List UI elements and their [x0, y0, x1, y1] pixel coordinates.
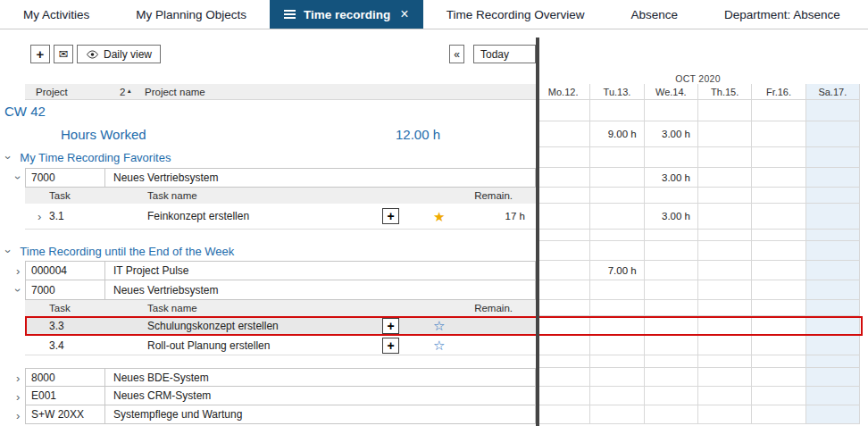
day-cell[interactable] [751, 280, 805, 300]
day-cell[interactable] [589, 188, 643, 204]
day-cell[interactable] [644, 336, 697, 355]
day-cell[interactable] [589, 300, 643, 316]
day-cell[interactable] [536, 168, 589, 188]
day-cell[interactable] [697, 336, 751, 355]
chevron-right-icon[interactable] [16, 265, 20, 277]
day-cell[interactable] [697, 121, 751, 147]
day-cell[interactable] [589, 204, 643, 230]
day-cell[interactable]: 3.00 h [644, 168, 697, 188]
day-cell[interactable] [644, 300, 697, 316]
day-cell[interactable] [589, 168, 643, 188]
day-cell[interactable] [751, 121, 805, 147]
panel-splitter[interactable] [536, 38, 539, 426]
day-cell[interactable] [805, 387, 860, 405]
day-cell[interactable] [644, 316, 697, 336]
day-cell[interactable] [644, 100, 697, 121]
day-cell[interactable] [751, 188, 805, 204]
chevron-down-icon[interactable] [13, 176, 24, 180]
day-cell[interactable] [751, 368, 805, 387]
day-cell[interactable] [589, 147, 643, 168]
day-cell[interactable] [536, 300, 589, 316]
day-cell[interactable] [697, 100, 751, 121]
chevron-down-icon[interactable] [13, 288, 24, 292]
day-cell[interactable] [751, 300, 805, 316]
add-time-entry-button[interactable] [382, 208, 399, 224]
day-cell[interactable] [644, 405, 697, 424]
day-cell[interactable] [751, 405, 805, 424]
day-cell[interactable] [805, 204, 860, 230]
day-cell[interactable] [805, 405, 860, 424]
tab-absence[interactable]: Absence [608, 0, 702, 29]
day-cell[interactable] [536, 261, 589, 280]
add-time-entry-button[interactable] [382, 338, 399, 354]
day-cell[interactable] [805, 300, 860, 316]
project-code-cell[interactable]: 000004 [25, 261, 105, 280]
day-cell[interactable] [536, 316, 589, 336]
section-header-favorites[interactable]: My Time Recording Favorites [0, 147, 536, 168]
today-button[interactable]: Today [473, 45, 536, 63]
project-name-cell[interactable]: Systempflege und Wartung [105, 405, 536, 424]
tab-my-activities[interactable]: My Activities [0, 0, 113, 29]
day-cell[interactable] [805, 241, 860, 261]
day-cell[interactable] [644, 355, 697, 368]
section-header-week-end[interactable]: Time Recording until the End of the Week [0, 241, 536, 261]
day-cell[interactable] [697, 230, 751, 241]
day-cell[interactable] [805, 100, 860, 121]
day-cell[interactable] [697, 261, 751, 280]
day-cell[interactable] [536, 336, 589, 355]
day-cell[interactable] [536, 387, 589, 405]
add-button[interactable] [30, 45, 50, 63]
day-header-cell[interactable]: Th.15. [697, 84, 751, 100]
day-cell[interactable] [644, 368, 697, 387]
sort-indicator[interactable]: 2 [120, 87, 145, 97]
day-cell[interactable]: 9.00 h [589, 121, 643, 147]
day-cell[interactable]: 3.00 h [644, 121, 697, 147]
project-name-column-header[interactable]: Project name [145, 87, 205, 97]
tab-time-recording[interactable]: Time recording [270, 0, 423, 29]
day-cell[interactable] [805, 121, 860, 147]
day-cell[interactable] [697, 316, 751, 336]
day-cell[interactable] [536, 241, 589, 261]
day-cell[interactable] [644, 387, 697, 405]
project-code-cell[interactable]: 7000 [25, 168, 105, 188]
day-cell[interactable] [589, 336, 643, 355]
previous-week-button[interactable]: « [449, 45, 464, 63]
chevron-right-icon[interactable] [38, 211, 41, 222]
day-cell[interactable] [697, 147, 751, 168]
add-time-entry-button[interactable] [382, 318, 399, 334]
day-cell[interactable] [644, 188, 697, 204]
day-cell[interactable] [589, 316, 643, 336]
day-cell[interactable] [697, 241, 751, 261]
tab-time-recording-overview[interactable]: Time Recording Overview [423, 0, 608, 29]
star-outline-icon[interactable] [433, 319, 445, 332]
day-cell[interactable] [644, 147, 697, 168]
day-cell[interactable] [644, 261, 697, 280]
day-cell[interactable] [644, 280, 697, 300]
day-cell[interactable] [805, 368, 860, 387]
day-cell[interactable] [751, 100, 805, 121]
project-code-cell[interactable]: S+W 20XX [25, 405, 105, 424]
star-outline-icon[interactable] [433, 338, 445, 352]
tab-my-planning-objects[interactable]: My Planning Objects [113, 0, 270, 29]
day-cell[interactable] [751, 316, 805, 336]
close-tab-icon[interactable] [400, 7, 408, 21]
chevron-down-icon[interactable] [3, 249, 14, 253]
star-filled-icon[interactable] [433, 210, 445, 223]
project-name-cell[interactable]: Neues Vertriebsystem [105, 280, 536, 300]
chevron-down-icon[interactable] [3, 155, 14, 159]
day-header-cell[interactable]: Sa.17. [805, 84, 860, 100]
day-cell[interactable] [751, 355, 805, 368]
day-cell[interactable] [536, 100, 589, 121]
day-cell[interactable] [751, 147, 805, 168]
day-cell[interactable] [697, 387, 751, 405]
day-cell[interactable] [805, 355, 860, 368]
project-code-cell[interactable]: 7000 [25, 280, 105, 300]
day-cell[interactable] [751, 230, 805, 241]
day-cell[interactable] [751, 387, 805, 405]
day-cell[interactable] [536, 280, 589, 300]
project-name-cell[interactable]: IT Project Pulse [105, 261, 536, 280]
day-cell[interactable] [589, 405, 643, 424]
day-cell[interactable] [805, 261, 860, 280]
day-cell[interactable] [589, 368, 643, 387]
day-header-cell[interactable]: We.14. [644, 84, 697, 100]
